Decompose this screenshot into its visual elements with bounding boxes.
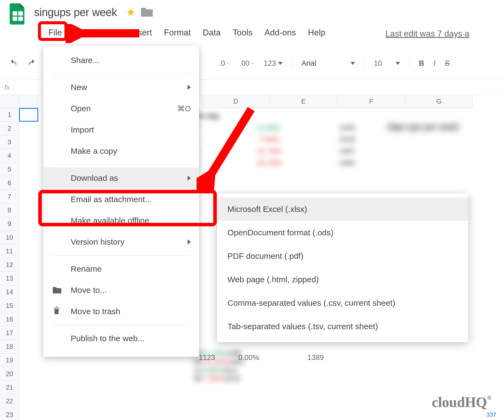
row-header[interactable]: 21 <box>0 381 19 394</box>
folder-icon <box>53 285 61 296</box>
fx-label: fx <box>0 83 14 92</box>
row-header[interactable]: 15 <box>0 299 19 313</box>
menu-item-download-as[interactable]: Download as <box>43 167 199 189</box>
row-header[interactable]: 13 <box>0 272 19 285</box>
select-all-corner[interactable] <box>0 95 19 108</box>
menu-format[interactable]: Format <box>158 25 197 41</box>
row-header[interactable]: 22 <box>0 394 19 408</box>
menu-addons[interactable]: Add-ons <box>259 25 302 41</box>
download-tsv[interactable]: Tab-separated values (.tsv, current shee… <box>217 315 468 338</box>
menu-item-move-to-trash[interactable]: Move to trash <box>43 301 199 322</box>
sheets-icon <box>0 0 34 26</box>
annotation-file-highlight <box>38 21 67 41</box>
menu-item-version-history[interactable]: Version history <box>43 231 199 253</box>
toolbar-divider <box>364 57 364 69</box>
menu-item-new[interactable]: New <box>43 77 199 98</box>
row-headers: 1 2 3 4 5 6 7 8 9 10 11 12 13 14 15 16 1… <box>0 108 19 420</box>
submenu-arrow-icon <box>188 176 191 181</box>
download-ods[interactable]: OpenDocument format (.ods) <box>217 221 468 244</box>
menu-help[interactable]: Help <box>302 25 331 41</box>
row-header[interactable]: 8 <box>0 203 19 217</box>
strikethrough-button[interactable]: S <box>441 57 453 70</box>
row-header[interactable]: 10 <box>0 231 19 244</box>
row-header[interactable]: 17 <box>0 326 19 340</box>
decrease-decimal-button[interactable]: .0← <box>216 57 233 70</box>
row-header[interactable]: 19 <box>0 353 19 367</box>
annotation-download-highlight <box>38 190 217 226</box>
font-family-dropdown[interactable]: Arial <box>298 57 358 70</box>
blurred-cells: Per day 911.60%1535 8-7.60%1518 9-11.70%… <box>194 110 355 206</box>
row-header[interactable]: 7 <box>0 190 19 203</box>
menu-insert[interactable]: Insert <box>125 25 158 41</box>
bold-button[interactable]: B <box>416 57 428 70</box>
column-header-G[interactable]: G <box>405 95 473 108</box>
row-header[interactable]: 11 <box>0 244 19 258</box>
redo-button[interactable] <box>24 57 40 70</box>
trash-icon <box>53 306 60 317</box>
format-123-button[interactable]: 123 <box>260 57 286 70</box>
row-header[interactable]: 20 <box>0 367 19 381</box>
star-icon[interactable]: ★ <box>126 6 135 18</box>
download-pdf[interactable]: PDF document (.pdf) <box>217 244 468 268</box>
download-html[interactable]: Web page (.html, zipped) <box>217 268 468 291</box>
shortcut-label: ⌘O <box>177 104 191 113</box>
row-header[interactable]: 23 <box>0 408 19 420</box>
row-header[interactable]: 14 <box>0 285 19 299</box>
note-337: 337 <box>486 411 496 418</box>
row-header[interactable]: 12 <box>0 258 19 272</box>
menu-item-share[interactable]: Share... <box>43 50 199 71</box>
menu-view[interactable]: View <box>94 25 125 41</box>
menu-item-publish-web[interactable]: Publish to the web... <box>43 328 199 349</box>
row-header[interactable]: 16 <box>0 313 19 326</box>
menu-tools[interactable]: Tools <box>227 25 258 41</box>
row-header[interactable]: 3 <box>0 135 19 149</box>
blurred-cells-lower: 1121.10%1486 08-10.40%1483 113.30%1511 0… <box>194 349 355 415</box>
menu-item-open[interactable]: Open⌘O <box>43 98 199 119</box>
title-bar: singups per week ★ <box>0 0 504 25</box>
cloudhq-watermark: cloudHQ® <box>432 394 491 410</box>
row-header[interactable]: 2 <box>0 122 19 135</box>
folder-icon[interactable] <box>135 7 153 18</box>
menu-item-import[interactable]: Import <box>43 119 199 140</box>
menu-item-make-copy[interactable]: Make a copy <box>43 140 199 162</box>
submenu-arrow-icon <box>188 239 191 244</box>
download-xlsx[interactable]: Microsoft Excel (.xlsx) <box>217 197 468 221</box>
font-size-dropdown[interactable]: 10 <box>370 57 403 70</box>
row-header[interactable]: 6 <box>0 176 19 190</box>
row-header[interactable]: 4 <box>0 149 19 163</box>
menu-item-rename[interactable]: Rename <box>43 258 199 280</box>
menu-separator <box>53 325 190 325</box>
column-header-F[interactable]: F <box>337 95 405 108</box>
menu-edit[interactable]: Edit <box>68 25 94 41</box>
row-header[interactable]: 1 <box>0 108 19 122</box>
menu-separator <box>53 255 190 256</box>
document-title[interactable]: singups per week <box>34 6 117 19</box>
column-header[interactable] <box>19 95 38 108</box>
row-header[interactable]: 5 <box>0 163 19 176</box>
italic-button[interactable]: I <box>430 57 439 70</box>
column-header-D[interactable]: D <box>202 95 270 108</box>
increase-decimal-button[interactable]: .00→ <box>236 57 258 70</box>
menu-item-move-to[interactable]: Move to... <box>43 280 199 301</box>
submenu-arrow-icon <box>188 85 191 90</box>
last-edit-link[interactable]: Last edit was 7 days a <box>386 29 469 39</box>
toolbar-divider <box>292 57 292 69</box>
menu-separator <box>53 164 190 165</box>
toolbar-divider <box>409 57 410 69</box>
menu-data[interactable]: Data <box>197 25 227 41</box>
row-header[interactable]: 9 <box>0 217 19 231</box>
row-header[interactable]: 18 <box>0 340 19 353</box>
download-as-submenu: Microsoft Excel (.xlsx) OpenDocument for… <box>217 194 468 342</box>
blurred-chart-title: Sign ups per week <box>371 122 475 188</box>
menu-bar: File Edit View Insert Format Data Tools … <box>42 25 331 41</box>
download-csv[interactable]: Comma-separated values (.csv, current sh… <box>217 291 468 315</box>
selected-cell-indicator <box>19 108 38 122</box>
column-header-E[interactable]: E <box>270 95 337 108</box>
menu-separator <box>53 74 190 74</box>
undo-button[interactable] <box>5 57 21 70</box>
